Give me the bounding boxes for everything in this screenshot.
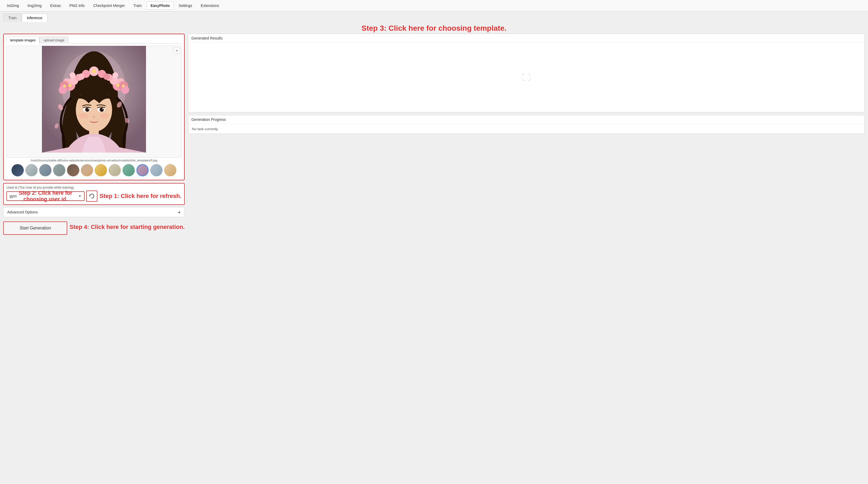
thumbnail-3[interactable] bbox=[39, 164, 52, 176]
tab-inference[interactable]: Inference bbox=[22, 13, 47, 22]
user-id-row: gym Step 2: Click here for choosing user… bbox=[6, 191, 182, 202]
progress-content: No task currently bbox=[188, 124, 865, 134]
svg-point-36 bbox=[63, 85, 66, 87]
svg-point-39 bbox=[92, 69, 96, 73]
thumbnail-6[interactable] bbox=[81, 164, 93, 176]
thumbnail-7[interactable] bbox=[95, 164, 107, 176]
top-navigation: txt2img img2img Extras PNG Info Checkpoi… bbox=[0, 0, 868, 11]
thumbnail-2[interactable] bbox=[25, 164, 38, 176]
svg-point-11 bbox=[88, 108, 89, 109]
nav-png-info[interactable]: PNG Info bbox=[66, 2, 89, 9]
step1-label: Step 1: Click here for refresh. bbox=[99, 193, 182, 200]
step3-banner: Step 3: Click here for choosing template… bbox=[0, 22, 868, 34]
progress-header: Generation Progress bbox=[188, 115, 865, 124]
template-section: template images upload image × bbox=[3, 34, 185, 181]
template-image bbox=[42, 46, 146, 153]
svg-point-26 bbox=[121, 86, 129, 94]
nav-settings[interactable]: Settings bbox=[175, 2, 196, 9]
thumbnail-12[interactable] bbox=[164, 164, 177, 176]
svg-point-13 bbox=[93, 116, 95, 118]
tab-template-images[interactable]: template images bbox=[6, 37, 39, 43]
svg-point-29 bbox=[112, 72, 118, 78]
image-path: /root/zhoumo/stable-diffusion-webui/exte… bbox=[6, 158, 182, 163]
svg-point-12 bbox=[102, 108, 103, 109]
step2-label: Step 2: Click here for choosing user id. bbox=[19, 190, 72, 202]
thumbnail-1[interactable] bbox=[11, 164, 24, 176]
advanced-options-header[interactable]: Advanced Options ◄ bbox=[3, 207, 184, 217]
step4-label: Step 4: Click here for starting generati… bbox=[69, 224, 185, 230]
start-generation-row: Start Generation Step 4: Click here for … bbox=[3, 219, 185, 235]
nav-easyphoto[interactable]: EasyPhoto bbox=[147, 2, 174, 10]
sub-tab-bar: Train Inference bbox=[0, 11, 868, 22]
svg-point-35 bbox=[68, 84, 71, 87]
svg-point-34 bbox=[103, 73, 110, 80]
thumbnail-4[interactable] bbox=[53, 164, 65, 176]
user-id-value: gym bbox=[10, 194, 17, 198]
svg-point-33 bbox=[78, 73, 85, 80]
refresh-icon bbox=[89, 193, 95, 199]
thumbnail-11[interactable] bbox=[150, 164, 162, 176]
advanced-options-label: Advanced Options bbox=[7, 210, 38, 214]
step1-section: Step 1: Click here for refresh. bbox=[86, 191, 182, 202]
user-id-section: Used id (The User id you provide while t… bbox=[3, 183, 185, 205]
nav-extensions[interactable]: Extensions bbox=[197, 2, 223, 9]
nav-extras[interactable]: Extras bbox=[46, 2, 65, 9]
svg-point-38 bbox=[122, 85, 125, 87]
nav-txt2img[interactable]: txt2img bbox=[3, 2, 23, 9]
results-header: Generated Results bbox=[188, 34, 865, 43]
results-placeholder-icon: ⛶ bbox=[522, 72, 531, 83]
left-panel: template images upload image × bbox=[3, 34, 185, 235]
start-generation-wrapper: Start Generation bbox=[3, 222, 67, 235]
thumbnail-9[interactable] bbox=[123, 164, 135, 176]
thumbnail-8[interactable] bbox=[108, 164, 121, 176]
start-generation-button[interactable]: Start Generation bbox=[4, 222, 67, 234]
user-id-dropdown-wrapper: gym Step 2: Click here for choosing user… bbox=[6, 191, 85, 201]
svg-point-37 bbox=[116, 84, 120, 87]
advanced-options: Advanced Options ◄ bbox=[3, 207, 185, 217]
close-image-button[interactable]: × bbox=[174, 47, 180, 54]
no-task-text: No task currently bbox=[192, 127, 218, 131]
nav-checkpoint-merger[interactable]: Checkpoint Merger bbox=[89, 2, 128, 9]
refresh-button[interactable] bbox=[86, 191, 97, 202]
nav-img2img[interactable]: img2img bbox=[24, 2, 45, 9]
collapse-arrow-icon: ◄ bbox=[177, 210, 181, 214]
results-image-area: ⛶ bbox=[188, 43, 865, 112]
results-box: Generated Results ⛶ bbox=[188, 34, 865, 112]
user-id-dropdown[interactable]: gym Step 2: Click here for choosing user… bbox=[7, 192, 84, 200]
svg-point-15 bbox=[100, 113, 110, 119]
progress-box: Generation Progress No task currently bbox=[188, 115, 865, 134]
template-box: template images upload image × bbox=[4, 34, 184, 180]
thumbnail-5[interactable] bbox=[67, 164, 79, 176]
image-preview-container: × bbox=[6, 45, 182, 158]
main-content: template images upload image × bbox=[0, 34, 868, 238]
template-inner-tabs: template images upload image bbox=[6, 37, 182, 43]
svg-point-22 bbox=[70, 72, 75, 78]
user-id-outer: Used id (The User id you provide while t… bbox=[3, 183, 185, 205]
thumbnail-10[interactable] bbox=[136, 164, 149, 176]
tab-upload-image[interactable]: upload image bbox=[39, 37, 68, 43]
tab-train[interactable]: Train bbox=[3, 13, 22, 22]
nav-train[interactable]: Train bbox=[130, 2, 146, 9]
thumbnails-row bbox=[6, 163, 182, 178]
dropdown-arrow-icon: ▼ bbox=[78, 194, 82, 198]
right-panel: Generated Results ⛶ Generation Progress … bbox=[188, 34, 865, 235]
user-id-label: Used id (The User id you provide while t… bbox=[6, 186, 182, 189]
svg-point-19 bbox=[59, 86, 67, 94]
svg-point-14 bbox=[79, 113, 88, 119]
